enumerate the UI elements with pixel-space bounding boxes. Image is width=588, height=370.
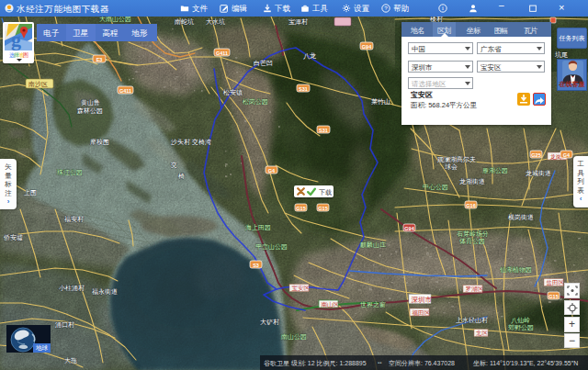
svg-text:盐田区: 盐田区 [547,279,565,286]
svg-text:中心公园: 中心公园 [423,184,448,191]
svg-text:南山区: 南山区 [322,301,340,308]
svg-text:南沙区: 南沙区 [28,81,48,88]
svg-text:小柱涌村: 小柱涌村 [59,285,85,292]
svg-text:上水径山村: 上水径山村 [456,317,488,324]
svg-text:坑尾: 坑尾 [554,50,568,59]
svg-text:宝潭村: 宝潭村 [288,18,308,26]
svg-text:麒麟山庄: 麒麟山庄 [360,241,386,248]
svg-text:G16: G16 [466,203,475,208]
svg-text:世界之窗: 世界之窗 [360,301,386,308]
svg-text:S31: S31 [319,128,328,133]
svg-text:上围: 上围 [24,189,37,196]
svg-text:白芒凹: 白芒凹 [254,60,273,67]
svg-text:G25: G25 [531,152,540,158]
svg-text:S31: S31 [299,86,308,92]
svg-text:S3: S3 [253,263,259,268]
svg-text:涌口村: 涌口村 [54,321,74,329]
svg-text:交: 交 [170,162,177,168]
svg-text:沙头村 交椅湾: 沙头村 交椅湾 [171,139,211,146]
svg-text:宝安区: 宝安区 [292,285,311,291]
svg-text:E3: E3 [96,57,103,62]
svg-text:G15: G15 [548,294,558,299]
svg-text:大南山公园: 大南山公园 [99,16,131,23]
svg-text:黄山鲁: 黄山鲁 [81,99,100,107]
svg-text:海上田园: 海上田园 [245,224,271,231]
svg-text:G411: G411 [119,88,131,94]
svg-text:珠江公园: 珠江公园 [57,169,83,176]
svg-text:深圳市: 深圳市 [412,296,433,304]
svg-text:横岗街道: 横岗街道 [508,214,534,221]
svg-text:椅: 椅 [178,173,185,179]
svg-text:G4: G4 [563,152,571,158]
svg-text:侨安墟: 侨安墟 [4,234,23,241]
svg-text:石芽岭场分: 石芽岭场分 [457,230,489,238]
svg-text:福田区: 福田区 [413,309,431,317]
svg-text:郊野公园: 郊野公园 [508,324,534,331]
svg-text:?: ? [384,5,388,11]
svg-text:森林公园: 森林公园 [77,107,103,115]
svg-text:松岗公园: 松岗公园 [243,98,268,106]
svg-text:南山公园: 南山公园 [281,333,307,341]
svg-text:G15: G15 [318,206,327,211]
svg-text:莱竹山: 莱竹山 [371,98,390,105]
svg-text:i: i [442,5,444,11]
svg-text:龙城街道: 龙城街道 [526,170,551,177]
svg-text:松安镇: 松安镇 [223,89,243,96]
svg-text:八仙岭: 八仙岭 [511,317,530,324]
svg-text:北区: 北区 [476,330,489,337]
svg-text:G4: G4 [268,168,276,174]
svg-text:龙湖街道: 龙湖街道 [459,178,485,185]
svg-text:平峦山公园: 平峦山公园 [255,243,288,251]
svg-text:大铲村: 大铲村 [260,319,279,326]
svg-text:大水坑: 大水坑 [206,17,225,26]
svg-text:南蛇坑: 南蛇坑 [175,17,194,26]
svg-text:体育公园: 体育公园 [459,237,485,245]
svg-text:福安村: 福安村 [64,216,84,223]
svg-text:G15: G15 [296,206,305,211]
svg-text:大拖: 大拖 [64,357,77,364]
svg-text:罗湖区: 罗湖区 [466,286,484,293]
svg-text:G411: G411 [216,50,228,56]
svg-text:球会: 球会 [445,163,458,170]
svg-text:观澜湖高尔夫: 观澜湖高尔夫 [437,156,476,163]
svg-text:摩校围: 摩校围 [90,138,109,146]
svg-text:八龙: 八龙 [303,52,316,60]
svg-text:雁湖公园: 雁湖公园 [482,167,508,174]
svg-text:g: g [11,28,21,50]
svg-text:仙湖植物园: 仙湖植物园 [500,266,532,274]
svg-text:福永街道: 福永街道 [92,288,118,296]
svg-text:G94: G94 [362,44,372,50]
svg-text:G94: G94 [404,226,414,231]
